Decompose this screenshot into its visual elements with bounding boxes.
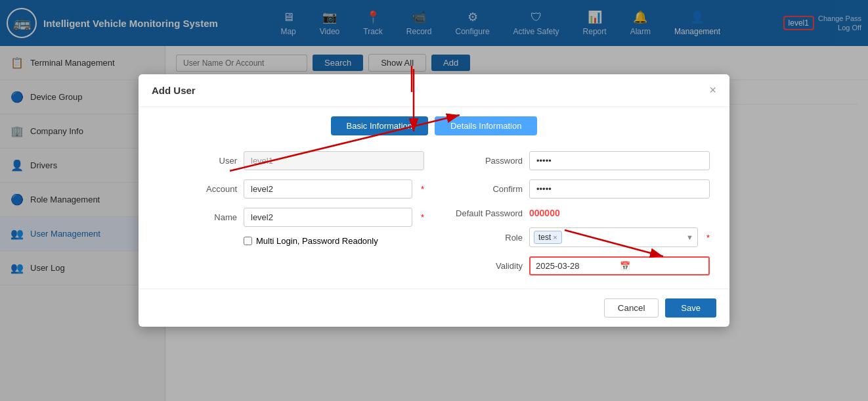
modal-header: Add User × bbox=[139, 74, 729, 107]
validity-container[interactable]: 2025-03-28 📅 bbox=[529, 256, 710, 275]
confirm-input[interactable] bbox=[529, 179, 710, 199]
account-required: * bbox=[421, 184, 424, 194]
form-row-multi-login: Multi Login, Password Readonly bbox=[158, 236, 424, 246]
cancel-button[interactable]: Cancel bbox=[604, 298, 659, 318]
confirm-label: Confirm bbox=[444, 184, 523, 194]
role-tag-text: test bbox=[538, 233, 551, 242]
account-label: Account bbox=[158, 184, 237, 194]
calendar-icon[interactable]: 📅 bbox=[620, 261, 704, 271]
form-row-account: Account * bbox=[158, 179, 424, 199]
multi-login-checkbox[interactable] bbox=[244, 237, 252, 245]
form-row-role: Role test × ▼ * bbox=[444, 227, 710, 247]
modal-close-button[interactable]: × bbox=[709, 83, 716, 97]
form-row-validity: Validity 2025-03-28 📅 bbox=[444, 256, 710, 275]
modal-title: Add User bbox=[152, 85, 196, 96]
role-label: Role bbox=[444, 233, 523, 243]
save-button[interactable]: Save bbox=[665, 298, 716, 318]
role-select[interactable]: test × ▼ bbox=[529, 227, 698, 247]
role-required: * bbox=[706, 233, 710, 243]
validity-value: 2025-03-28 bbox=[536, 261, 620, 271]
form-row-confirm: Confirm bbox=[444, 179, 710, 199]
role-tag: test × bbox=[534, 231, 562, 244]
form-right-col: Password Confirm Default Password 000000… bbox=[444, 151, 710, 275]
default-password-value: 000000 bbox=[529, 208, 560, 218]
name-required: * bbox=[421, 212, 424, 222]
modal-tabs: Basic Information Details Information bbox=[139, 107, 729, 145]
form-row-default-password: Default Password 000000 bbox=[444, 208, 710, 218]
role-dropdown-arrow[interactable]: ▼ bbox=[686, 233, 693, 241]
multi-login-label: Multi Login, Password Readonly bbox=[256, 236, 378, 246]
user-input bbox=[244, 151, 424, 170]
password-label: Password bbox=[444, 156, 523, 166]
account-input[interactable] bbox=[244, 179, 412, 199]
name-label: Name bbox=[158, 212, 237, 222]
add-user-modal: Add User × Basic Information Details Inf… bbox=[139, 74, 729, 327]
modal-footer: Cancel Save bbox=[139, 289, 729, 327]
default-password-label: Default Password bbox=[444, 208, 523, 218]
form-row-password: Password bbox=[444, 151, 710, 170]
form-left-col: User Account * Name * Mul bbox=[158, 151, 424, 275]
validity-label: Validity bbox=[444, 261, 523, 271]
password-input[interactable] bbox=[529, 151, 710, 170]
form-row-name: Name * bbox=[158, 208, 424, 227]
role-tag-close[interactable]: × bbox=[553, 233, 557, 241]
name-input[interactable] bbox=[244, 208, 412, 227]
form-row-user: User bbox=[158, 151, 424, 170]
user-label: User bbox=[158, 156, 237, 166]
modal-body: User Account * Name * Mul bbox=[139, 145, 729, 289]
form-grid: User Account * Name * Mul bbox=[158, 151, 710, 275]
tab-basic-information[interactable]: Basic Information bbox=[331, 116, 428, 135]
tab-details-information[interactable]: Details Information bbox=[435, 116, 537, 135]
